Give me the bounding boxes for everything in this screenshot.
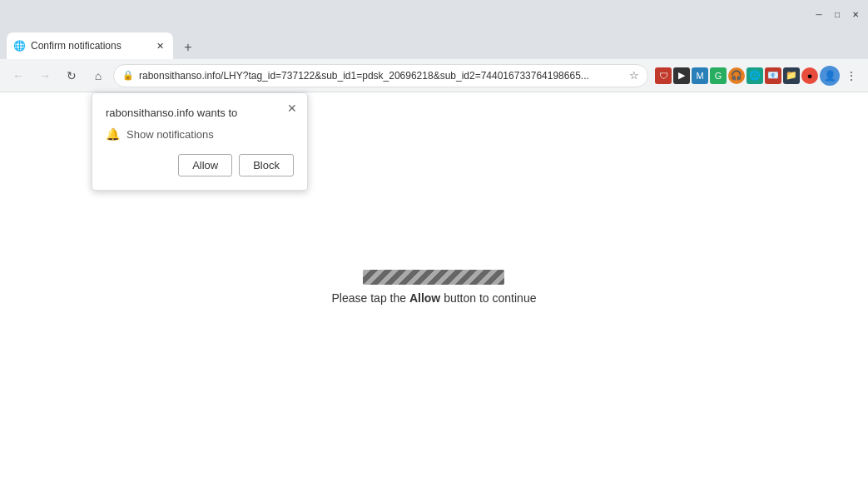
minimize-button[interactable]: ─ [813,9,825,21]
window-controls: ─ □ ✕ [813,9,861,21]
popup-buttons: Allow Block [106,154,294,176]
progress-container: Please tap the Allow button to continue [332,270,537,305]
popup-close-button[interactable]: ✕ [284,100,300,117]
bell-icon: 🔔 [106,127,120,141]
new-tab-button[interactable]: + [176,36,200,59]
active-tab[interactable]: 🌐 Confirm notifications ✕ [7,32,173,59]
tab-close-button[interactable]: ✕ [153,39,166,52]
close-button[interactable]: ✕ [850,9,861,21]
extension-icon-7[interactable]: 📧 [765,67,781,84]
home-button[interactable]: ⌂ [87,64,110,87]
tab-bar: 🌐 Confirm notifications ✕ + [0,29,868,59]
tab-title: Confirm notifications [31,40,148,52]
extension-icon-2[interactable]: ▶ [673,67,690,84]
extension-icon-1[interactable]: 🛡 [655,67,672,84]
bookmark-icon[interactable]: ☆ [629,69,639,82]
instruction-suffix: button to continue [440,291,536,305]
popup-permission-text: Show notifications [126,128,214,141]
instruction-bold: Allow [409,291,440,305]
refresh-button[interactable]: ↻ [60,64,83,87]
lock-icon: 🔒 [122,70,134,81]
allow-button[interactable]: Allow [178,154,232,176]
extension-icon-5[interactable]: 🎧 [728,67,745,84]
extension-icons: 🛡 ▶ M G 🎧 🌐 📧 📁 ● 👤 ⋮ [655,66,861,86]
popup-permission: 🔔 Show notifications [106,127,294,141]
block-button[interactable]: Block [239,154,294,176]
extension-icon-9[interactable]: ● [801,67,818,84]
instruction-prefix: Please tap the [332,291,409,305]
extension-icon-3[interactable]: M [692,67,708,84]
address-bar: ← → ↻ ⌂ 🔒 rabonsithanso.info/LHY?tag_id=… [0,59,868,92]
url-box[interactable]: 🔒 rabonsithanso.info/LHY?tag_id=737122&s… [113,64,648,87]
instruction-text: Please tap the Allow button to continue [332,291,537,305]
extension-icon-4[interactable]: G [710,67,727,84]
notification-popup: ✕ rabonsithanso.info wants to 🔔 Show not… [92,92,308,191]
extension-icon-8[interactable]: 📁 [783,67,800,84]
extension-icon-6[interactable]: 🌐 [746,67,763,84]
tab-favicon-icon: 🌐 [13,40,26,52]
forward-button[interactable]: → [33,64,57,87]
url-text: rabonsithanso.info/LHY?tag_id=737122&sub… [139,70,624,82]
page-content: ✕ rabonsithanso.info wants to 🔔 Show not… [0,92,868,482]
back-button[interactable]: ← [7,64,30,87]
profile-button[interactable]: 👤 [820,66,840,86]
popup-title: rabonsithanso.info wants to [106,107,294,119]
title-bar: ─ □ ✕ [0,0,868,29]
maximize-button[interactable]: □ [831,9,843,21]
menu-button[interactable]: ⋮ [841,66,861,86]
progress-bar [363,270,504,285]
